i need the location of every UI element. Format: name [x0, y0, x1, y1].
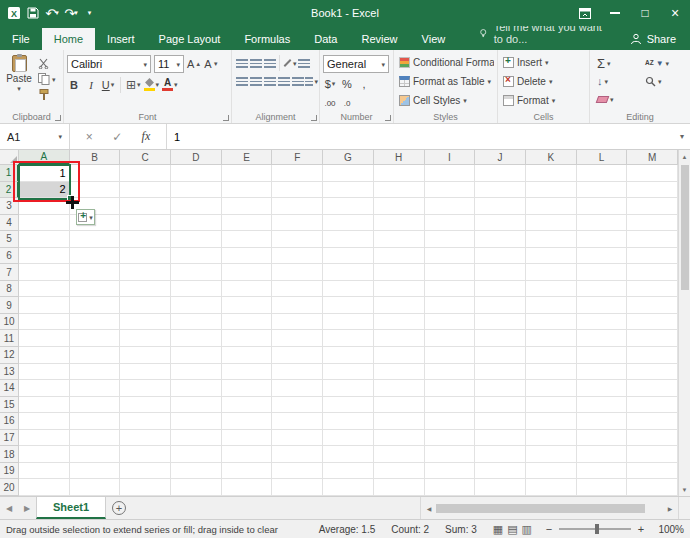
cell-d11[interactable] — [171, 330, 222, 347]
cell-a11[interactable] — [19, 330, 70, 347]
save-button[interactable] — [25, 3, 41, 23]
cell-b9[interactable] — [70, 297, 121, 314]
cell-j6[interactable] — [475, 248, 526, 265]
cell-a6[interactable] — [19, 248, 70, 265]
cell-j19[interactable] — [475, 463, 526, 480]
cell-c6[interactable] — [120, 248, 171, 265]
align-center-button[interactable] — [249, 74, 262, 89]
column-header-e[interactable]: E — [222, 150, 273, 165]
cell-f1[interactable] — [272, 165, 323, 182]
align-middle-button[interactable] — [249, 56, 262, 71]
cell-m13[interactable] — [627, 364, 678, 381]
cell-j5[interactable] — [475, 231, 526, 248]
cell-a4[interactable] — [19, 215, 70, 232]
cancel-icon[interactable]: × — [86, 130, 93, 144]
column-header-c[interactable]: C — [120, 150, 171, 165]
cell-a8[interactable] — [19, 281, 70, 298]
tab-file[interactable]: File — [0, 28, 42, 50]
cell-m12[interactable] — [627, 347, 678, 364]
cell-m6[interactable] — [627, 248, 678, 265]
cell-b6[interactable] — [70, 248, 121, 265]
column-header-g[interactable]: G — [323, 150, 374, 165]
tab-view[interactable]: View — [410, 28, 458, 50]
zoom-out-button[interactable]: − — [544, 523, 554, 535]
row-header-13[interactable]: 13 — [0, 364, 19, 381]
cell-i4[interactable] — [425, 215, 476, 232]
merge-center-button[interactable]: ▾ — [305, 74, 318, 89]
cell-a13[interactable] — [19, 364, 70, 381]
row-header-17[interactable]: 17 — [0, 430, 19, 447]
horizontal-scrollbar[interactable]: ◀ ▶ — [420, 497, 678, 519]
cell-e11[interactable] — [222, 330, 273, 347]
cell-b14[interactable] — [70, 380, 121, 397]
row-header-18[interactable]: 18 — [0, 446, 19, 463]
cell-d14[interactable] — [171, 380, 222, 397]
cell-e2[interactable] — [222, 182, 273, 199]
row-header-6[interactable]: 6 — [0, 248, 19, 265]
new-sheet-button[interactable]: + — [106, 497, 132, 519]
format-as-table-button[interactable]: Format as Table ▾ — [397, 72, 494, 91]
cell-i16[interactable] — [425, 413, 476, 430]
cell-e19[interactable] — [222, 463, 273, 480]
cell-m4[interactable] — [627, 215, 678, 232]
zoom-level[interactable]: 100% — [650, 524, 684, 535]
cell-l8[interactable] — [577, 281, 628, 298]
cell-g20[interactable] — [323, 479, 374, 496]
cell-j10[interactable] — [475, 314, 526, 331]
cell-i2[interactable] — [425, 182, 476, 199]
cell-g17[interactable] — [323, 430, 374, 447]
fill-color-button[interactable]: ▾ — [144, 76, 160, 93]
cell-g16[interactable] — [323, 413, 374, 430]
borders-button[interactable]: ⊞▾ — [126, 76, 141, 93]
cell-j7[interactable] — [475, 264, 526, 281]
cell-h6[interactable] — [374, 248, 425, 265]
cell-k19[interactable] — [526, 463, 577, 480]
cell-d8[interactable] — [171, 281, 222, 298]
cell-g3[interactable] — [323, 198, 374, 215]
conditional-formatting-button[interactable]: Conditional Formatting ▾ — [397, 53, 494, 72]
cell-h14[interactable] — [374, 380, 425, 397]
cell-f9[interactable] — [272, 297, 323, 314]
ribbon-display-options-button[interactable] — [570, 0, 600, 26]
cell-b12[interactable] — [70, 347, 121, 364]
cell-f8[interactable] — [272, 281, 323, 298]
cell-k13[interactable] — [526, 364, 577, 381]
cell-m1[interactable] — [627, 165, 678, 182]
cell-e20[interactable] — [222, 479, 273, 496]
cell-f14[interactable] — [272, 380, 323, 397]
cell-k20[interactable] — [526, 479, 577, 496]
cell-b16[interactable] — [70, 413, 121, 430]
cell-a19[interactable] — [19, 463, 70, 480]
autosum-button[interactable]: Σ▾ — [593, 55, 641, 71]
cell-c14[interactable] — [120, 380, 171, 397]
cell-h16[interactable] — [374, 413, 425, 430]
cell-f15[interactable] — [272, 397, 323, 414]
close-button[interactable]: × — [660, 0, 690, 26]
hscroll-left-icon[interactable]: ◀ — [422, 505, 436, 512]
cell-k8[interactable] — [526, 281, 577, 298]
cell-h17[interactable] — [374, 430, 425, 447]
hscroll-right-icon[interactable]: ▶ — [663, 505, 677, 512]
cell-b20[interactable] — [70, 479, 121, 496]
column-header-d[interactable]: D — [171, 150, 222, 165]
cell-m9[interactable] — [627, 297, 678, 314]
increase-font-size-button[interactable]: A▲ — [187, 56, 201, 73]
cell-j9[interactable] — [475, 297, 526, 314]
column-header-i[interactable]: I — [425, 150, 476, 165]
cell-g19[interactable] — [323, 463, 374, 480]
cell-f2[interactable] — [272, 182, 323, 199]
tab-home[interactable]: Home — [42, 28, 95, 50]
format-cells-button[interactable]: Format ▾ — [501, 91, 586, 110]
cell-d1[interactable] — [171, 165, 222, 182]
cell-g5[interactable] — [323, 231, 374, 248]
cell-i9[interactable] — [425, 297, 476, 314]
cell-f7[interactable] — [272, 264, 323, 281]
cell-l11[interactable] — [577, 330, 628, 347]
cell-b8[interactable] — [70, 281, 121, 298]
cell-d17[interactable] — [171, 430, 222, 447]
cell-j1[interactable] — [475, 165, 526, 182]
cell-e1[interactable] — [222, 165, 273, 182]
cell-g4[interactable] — [323, 215, 374, 232]
cell-c9[interactable] — [120, 297, 171, 314]
cell-i8[interactable] — [425, 281, 476, 298]
